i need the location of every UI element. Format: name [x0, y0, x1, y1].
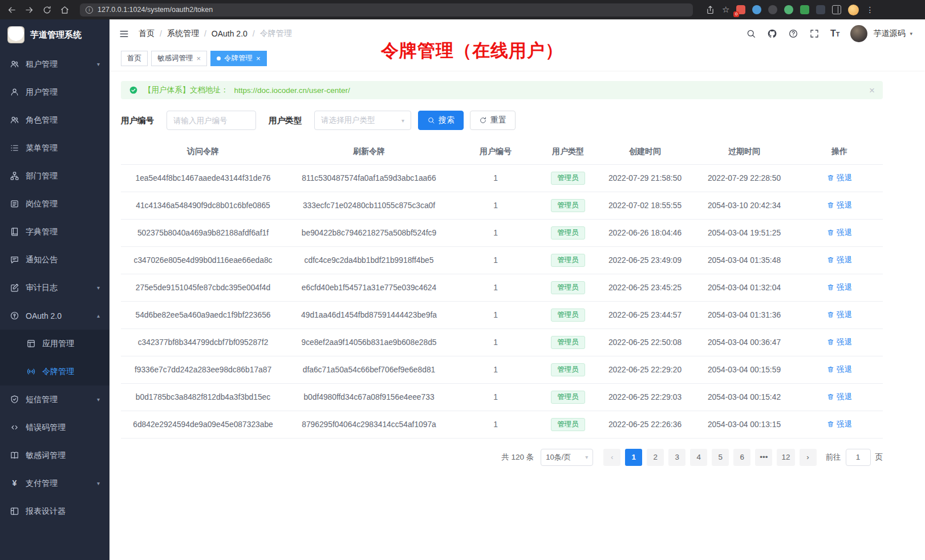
- action-cell: 强退: [796, 219, 883, 246]
- home-icon[interactable]: [60, 5, 70, 15]
- force-logout-button[interactable]: 强退: [827, 419, 852, 429]
- force-logout-button[interactable]: 强退: [827, 255, 852, 265]
- user-name[interactable]: 芋道源码: [873, 29, 905, 39]
- sidebar-item-role[interactable]: 角色管理: [0, 106, 109, 134]
- sidebar-item-sensitive[interactable]: 敏感词管理: [0, 441, 109, 469]
- force-logout-button[interactable]: 强退: [827, 392, 852, 402]
- chevron-down-icon: ▾: [97, 285, 100, 291]
- user-type-select[interactable]: 请选择用户类型 ▾: [314, 111, 411, 130]
- force-logout-button[interactable]: 强退: [827, 310, 852, 320]
- breadcrumb-oauth[interactable]: OAuth 2.0: [212, 29, 248, 38]
- search-button[interactable]: 搜索: [418, 111, 464, 130]
- goto-label: 前往: [826, 452, 841, 462]
- close-icon[interactable]: ×: [256, 55, 261, 62]
- sidebar-item-report[interactable]: 报表设计器: [0, 497, 109, 525]
- force-logout-button[interactable]: 强退: [827, 173, 852, 183]
- address-bar[interactable]: i 127.0.0.1:1024/system/oauth2/token: [80, 3, 693, 17]
- user-id-input[interactable]: [167, 111, 256, 130]
- breadcrumb-separator: /: [253, 29, 255, 38]
- access-token-cell: 1ea5e44f8bc1467aaede43144f31de76: [121, 164, 285, 192]
- col-access-token: 访问令牌: [121, 139, 285, 164]
- tab-home[interactable]: 首页: [121, 51, 148, 66]
- share-icon[interactable]: [705, 5, 715, 15]
- sidebar-item-menu[interactable]: 菜单管理: [0, 134, 109, 162]
- refresh-token-cell: 333ecfc71e02480cb11055c875c3ca0f: [285, 192, 453, 219]
- back-icon[interactable]: [7, 5, 17, 15]
- breadcrumb-home[interactable]: 首页: [139, 29, 155, 39]
- page-button-3[interactable]: 3: [668, 449, 685, 466]
- more-pages-button[interactable]: •••: [755, 449, 772, 466]
- extension-icon-3[interactable]: [768, 5, 777, 14]
- page-size-select[interactable]: 10条/页 ▾: [541, 449, 593, 466]
- sidebar-item-oauth[interactable]: OAuth 2.0 ▴: [0, 302, 109, 330]
- page-button-5[interactable]: 5: [712, 449, 729, 466]
- sidebar-item-audit[interactable]: 审计日志 ▾: [0, 274, 109, 302]
- sidebar-item-token[interactable]: 令牌管理: [0, 358, 109, 385]
- user-id-cell: 1: [453, 301, 538, 328]
- trash-icon: [827, 338, 834, 346]
- sidebar-item-errcode[interactable]: 错误码管理: [0, 413, 109, 441]
- sidebar-item-user[interactable]: 用户管理: [0, 78, 109, 106]
- force-logout-button[interactable]: 强退: [827, 282, 852, 293]
- page-button-12[interactable]: 12: [777, 449, 794, 466]
- browser-menu-icon[interactable]: ⋮: [866, 5, 874, 14]
- reset-button[interactable]: 重置: [470, 111, 516, 130]
- sidebar-item-sms[interactable]: 短信管理 ▾: [0, 385, 109, 413]
- extension-icon-6[interactable]: [816, 5, 825, 14]
- chevron-down-icon[interactable]: ▾: [910, 31, 912, 36]
- access-token-cell: 275e5de9151045fe87cbdc395e004f4d: [121, 274, 285, 301]
- access-token-cell: 54d6be82ee5a460a9aedc1f9bf223656: [121, 301, 285, 328]
- doc-link[interactable]: https://doc.iocoder.cn/user-center/: [234, 86, 350, 95]
- close-icon[interactable]: ×: [197, 55, 201, 62]
- breadcrumb-separator: /: [204, 29, 206, 38]
- github-icon[interactable]: [767, 29, 777, 39]
- sidebar-item-notice[interactable]: 通知公告: [0, 246, 109, 274]
- breadcrumb-system[interactable]: 系统管理: [167, 29, 199, 39]
- sidebar-toggle-icon[interactable]: [832, 5, 841, 14]
- font-size-icon[interactable]: TT: [830, 29, 840, 38]
- sidebar-menu: 租户管理 ▾ 用户管理 角色管理 菜单管理 部门管理 岗位管理: [0, 50, 109, 560]
- force-logout-button[interactable]: 强退: [827, 228, 852, 238]
- page-button-6[interactable]: 6: [733, 449, 750, 466]
- force-logout-button[interactable]: 强退: [827, 364, 852, 375]
- created-cell: 2022-06-25 23:49:09: [598, 246, 692, 274]
- reload-icon[interactable]: [42, 5, 52, 15]
- page-button-2[interactable]: 2: [647, 449, 664, 466]
- access-token-cell: 6d842e2924594de9a09e45e087323abe: [121, 411, 285, 438]
- search-icon[interactable]: [746, 29, 756, 39]
- sidebar-item-dept[interactable]: 部门管理: [0, 162, 109, 190]
- next-page-button[interactable]: ›: [800, 449, 817, 466]
- avatar[interactable]: [850, 25, 867, 42]
- forward-icon[interactable]: [25, 5, 34, 15]
- refresh-token-cell: dfa6c71a50a54c66bef706ef9e6e8d81: [285, 356, 453, 383]
- url-text: 127.0.0.1:1024/system/oauth2/token: [98, 6, 213, 14]
- goto-page-input[interactable]: [846, 449, 871, 466]
- page-button-1[interactable]: 1: [625, 449, 642, 466]
- sidebar-item-app[interactable]: 应用管理: [0, 330, 109, 358]
- access-token-cell: 502375b8040a469a9b82188afdf6af1f: [121, 219, 285, 246]
- extension-icon-4[interactable]: [784, 5, 793, 14]
- force-logout-button[interactable]: 强退: [827, 200, 852, 210]
- sidebar-item-pay[interactable]: ¥ 支付管理 ▾: [0, 469, 109, 497]
- app-logo[interactable]: 芋道管理系统: [0, 19, 109, 50]
- force-logout-button[interactable]: 强退: [827, 337, 852, 347]
- sidebar-collapse-icon[interactable]: [119, 29, 129, 39]
- alert-close-icon[interactable]: ×: [869, 86, 875, 95]
- tab-token[interactable]: 令牌管理 ×: [210, 51, 267, 66]
- extension-icon-5[interactable]: [800, 5, 809, 14]
- user-type-badge: 管理员: [551, 281, 585, 294]
- help-icon[interactable]: [788, 29, 798, 39]
- page-button-4[interactable]: 4: [690, 449, 707, 466]
- sidebar-item-dict[interactable]: 字典管理: [0, 218, 109, 246]
- sidebar-item-post[interactable]: 岗位管理: [0, 190, 109, 218]
- prev-page-button[interactable]: ‹: [603, 449, 620, 466]
- access-token-cell: f9336e7c7dd242a283ee98dc86b17a87: [121, 356, 285, 383]
- fullscreen-icon[interactable]: [809, 29, 819, 39]
- sidebar-item-tenant[interactable]: 租户管理 ▾: [0, 50, 109, 78]
- extension-icon-1[interactable]: 0: [736, 5, 745, 14]
- browser-profile-avatar[interactable]: [848, 5, 859, 15]
- bookmark-star-icon[interactable]: ☆: [722, 5, 729, 15]
- extension-icon-2[interactable]: [752, 5, 761, 14]
- tab-sensitive-words[interactable]: 敏感词管理 ×: [151, 51, 207, 66]
- site-info-icon[interactable]: i: [86, 6, 93, 14]
